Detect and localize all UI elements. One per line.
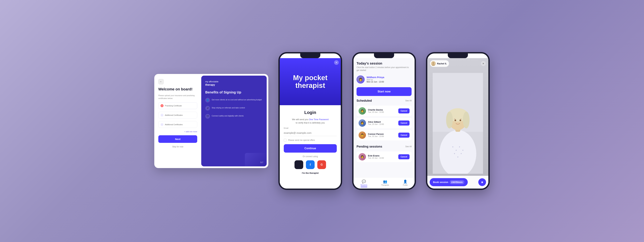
cancel-alice-button[interactable]: Cancel [398,120,410,126]
next-button[interactable]: Next [158,135,197,143]
google-login-button[interactable]: G [317,160,326,169]
phone-screen-4: Rachel S. ✕ Book session £60/50min ★ [426,52,490,190]
benefit-icon-1: 👤 [205,98,210,102]
today-title: Today's session [356,62,412,65]
pending-list: 👩 Evie Evans Tue, 23 Jun - 13:00 Cancel [356,151,412,164]
benefit-item-2: ↗ Stop relying on referrals and take con… [205,106,263,110]
see-all-pending[interactable]: See All [405,145,412,148]
phone-notch-3 [374,53,394,58]
benefit-text-2: Stop relying on referrals and take contr… [212,106,245,109]
session-info-connor: Connor Parson Tue, 23 Jun - 13:00 [368,133,396,137]
cert-close-icon: ✕ [160,104,164,107]
price-badge: £60/50min [450,180,464,184]
session-info-evie: Evie Evans Tue, 23 Jun - 13:00 [368,154,396,159]
sessions-nav-label: Sessions [360,184,367,186]
session-time-evie: Tue, 23 Jun - 13:00 [368,157,396,159]
sessions-content: Today's session Click the start button 2… [354,58,414,189]
hero-text: My pocket therapist [290,71,331,93]
nav-item-profile[interactable]: 👤 Profile [403,179,408,187]
session-name-connor: Connor Parson [368,133,396,135]
svg-point-18 [432,62,434,64]
start-at-label: Start at: [366,79,384,81]
session-item-connor: 👨 Connor Parson Tue, 23 Jun - 13:00 Canc… [356,130,412,141]
book-session-button[interactable]: Book session £60/50min [430,178,468,186]
therapists-nav-label: Therapists [381,184,389,186]
video-close-button[interactable]: ✕ [481,61,486,66]
welcome-right-panel: my affordable therapy Benefits of Signin… [201,76,267,166]
cancel-charlie-button[interactable]: Cancel [398,108,410,113]
login-subtitle-before: We will send you [292,118,308,121]
brand-logo: my affordable therapy [205,80,263,87]
social-buttons: f G [284,160,337,169]
svg-point-13 [446,111,453,129]
benefit-icon-2: ↗ [205,106,210,110]
login-subtitle-after: to verify that it is definitely you [296,122,325,124]
benefit-item-1: 👤 Get more clients at no-cost and withou… [205,98,263,102]
profile-nav-icon: 👤 [403,179,407,184]
session-time-alice: Tue, 23 Jun - 13:00 [368,123,396,125]
favorite-button[interactable]: ★ [478,178,486,186]
cert-upload-icon-1: ↑ [160,113,164,117]
welcome-title: Welcome on board! [158,87,197,91]
phone-content-4: Rachel S. ✕ Book session £60/50min ★ [427,58,488,189]
session-avatar-connor: 👨 [358,132,366,139]
svg-point-4 [456,150,457,151]
cert-label-3: Additional Certificates [165,124,183,126]
phone-screen-2: My pocket therapist ✕ Login We will send… [278,52,342,190]
session-avatar-alice: 👩 [358,119,366,127]
screen-welcome: ← Welcome on board! Please upload your i… [154,74,268,168]
cert-upload-icon-2: ↑ [160,123,164,126]
offers-checkbox-row[interactable]: Please send me special offers [284,139,337,142]
user-chip: Rachel S. [430,60,449,67]
svg-point-14 [463,111,470,129]
phone-content-2: My pocket therapist ✕ Login We will send… [280,58,341,189]
svg-point-8 [457,157,458,158]
welcome-left-panel: ← Welcome on board! Please upload your i… [154,74,201,168]
phone-notch-2 [300,53,320,58]
cert-item-3[interactable]: ↑ Additional Certificates [158,121,197,128]
user-avatar [431,61,436,66]
svg-point-3 [452,146,453,147]
benefits-title: Benefits of Signing Up [205,90,263,94]
pending-header: Pending sessions See All [356,145,412,148]
offers-checkbox[interactable] [284,139,286,142]
nav-item-sessions[interactable]: 💬 Sessions [360,179,367,187]
benefit-text-1: Get more clients at no-cost and without … [212,98,262,101]
nav-item-therapists[interactable]: 👥 Therapists [381,179,389,187]
cert-label-1: Practising Certificate [165,105,182,107]
today-subtitle: Click the start button 2 minutes before … [356,66,412,72]
facebook-login-button[interactable]: f [306,160,314,169]
see-all-scheduled[interactable]: See All [405,99,412,102]
nav-active-indicator [360,187,367,187]
main-container: ← Welcome on board! Please upload your i… [148,45,496,197]
apple-login-button[interactable] [294,160,303,169]
scheduled-header: Scheduled See All [356,99,412,102]
add-more-link[interactable]: + add one more [158,131,197,133]
continue-button[interactable]: Continue [284,144,337,153]
laptop-decorative [245,153,267,166]
otp-highlight: One Time Password [309,118,328,121]
session-name-charlie: Charlie Davies [368,108,396,111]
svg-point-9 [461,153,462,154]
login-panel: Login We will send you One Time Password… [280,105,341,189]
svg-point-5 [459,146,460,147]
hero-section: My pocket therapist ✕ [280,58,341,105]
close-button[interactable]: ✕ [334,60,339,65]
today-section: Today's session Click the start button 2… [356,62,412,72]
therapists-nav-icon: 👥 [383,179,387,184]
therapist-link[interactable]: I'm the therapist [284,172,337,174]
benefit-item-3: 🛡 Connect safely and digitally with clie… [205,114,263,119]
back-button[interactable]: ← [158,79,164,84]
email-input[interactable] [284,130,337,136]
session-avatar-charlie: 👩 [358,107,366,115]
cert-item-2[interactable]: ↑ Additional Certificates [158,112,197,118]
skip-button[interactable]: Skip for now [158,146,197,148]
patient-figure-svg [433,73,483,174]
session-item-charlie: 👩 Charlie Davies Tue, 23 Jun - 13:00 Can… [356,105,412,116]
featured-therapist-time: Mon 22 Jun - 13:00 [366,81,384,83]
start-now-button[interactable]: Start now [356,87,412,96]
cancel-evie-button[interactable]: Cancel [398,154,410,159]
phone-content-3: Today's session Click the start button 2… [354,58,414,189]
cert-item-1: ✕ Practising Certificate [158,102,197,109]
cancel-connor-button[interactable]: Cancel [398,133,410,138]
